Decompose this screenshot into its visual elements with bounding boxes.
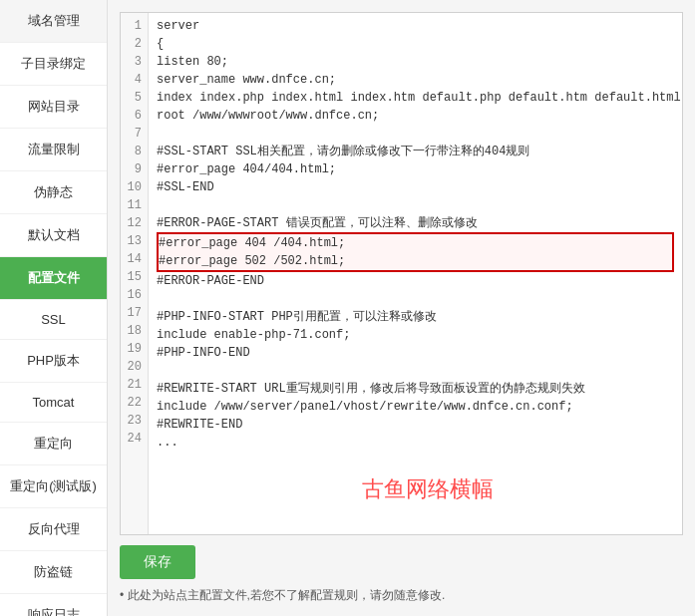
code-line-8: #SSL-START SSL相关配置，请勿删除或修改下一行带注释的404规则 [157, 143, 674, 160]
code-line-12: #ERROR-PAGE-START 错误页配置，可以注释、删除或修改 [157, 214, 674, 232]
line-number-7: 7 [127, 125, 142, 143]
save-button[interactable]: 保存 [120, 545, 195, 579]
sidebar-item-tomcat[interactable]: Tomcat [0, 383, 107, 423]
error-highlight-block: #error_page 404 /404.html; #error_page 5… [157, 232, 674, 272]
line-number-12: 12 [127, 214, 142, 232]
code-line-3: listen 80; [157, 53, 674, 71]
line-number-21: 21 [127, 376, 142, 394]
sidebar-item-default-doc[interactable]: 默认文档 [0, 214, 107, 257]
line-numbers: 123456789101112131415161718192021222324 [121, 13, 149, 534]
code-line-6: root /www/wwwroot/www.dnfce.cn; [157, 107, 674, 125]
sidebar-item-traffic[interactable]: 流量限制 [0, 129, 107, 171]
line-number-10: 10 [127, 178, 142, 196]
line-number-1: 1 [127, 17, 142, 35]
sidebar-item-php-version[interactable]: PHP版本 [0, 340, 107, 383]
sidebar-item-redirect[interactable]: 重定向 [0, 423, 107, 465]
code-line-19: #PHP-INFO-END [157, 344, 674, 362]
code-line-11 [157, 196, 674, 214]
line-number-18: 18 [127, 322, 142, 340]
code-line-24: ... [157, 434, 674, 452]
code-line-22: include /www/server/panel/vhost/rewrite/… [157, 398, 674, 416]
code-line-9: #error_page 404/404.html; [157, 160, 674, 178]
code-line-4: server_name www.dnfce.cn; [157, 71, 674, 89]
sidebar-item-ssl[interactable]: SSL [0, 300, 107, 340]
line-number-22: 22 [127, 394, 142, 412]
code-line-1: server [157, 17, 674, 35]
code-line-10: #SSL-END [157, 178, 674, 196]
sidebar-item-site-dir[interactable]: 网站目录 [0, 86, 107, 129]
line-number-24: 24 [127, 430, 142, 448]
sidebar-item-access-log[interactable]: 响应日志 [0, 594, 107, 616]
line-number-13: 13 [127, 232, 142, 250]
sidebar-item-hotlink[interactable]: 防盗链 [0, 551, 107, 594]
line-number-17: 17 [127, 304, 142, 322]
code-line-15: #ERROR-PAGE-END [157, 272, 674, 290]
sidebar-item-domain[interactable]: 域名管理 [0, 0, 107, 43]
config-note: 此处为站点主配置文件,若您不了解配置规则，请勿随意修改. [120, 587, 683, 604]
line-number-19: 19 [127, 340, 142, 358]
line-number-14: 14 [127, 250, 142, 268]
main-content: 123456789101112131415161718192021222324 … [108, 0, 695, 616]
line-number-4: 4 [127, 71, 142, 89]
line-number-3: 3 [127, 53, 142, 71]
line-number-16: 16 [127, 286, 142, 304]
code-editor[interactable]: 123456789101112131415161718192021222324 … [120, 12, 683, 535]
line-number-5: 5 [127, 89, 142, 107]
code-line-13: #error_page 404 /404.html; [159, 234, 672, 252]
code-line-2: { [157, 35, 674, 53]
save-button-area: 保存 [120, 545, 683, 579]
sidebar-item-redirect-test[interactable]: 重定向(测试版) [0, 465, 107, 508]
code-line-17: #PHP-INFO-START PHP引用配置，可以注释或修改 [157, 308, 674, 326]
code-line-14: #error_page 502 /502.html; [159, 252, 672, 270]
code-line-18: include enable-php-71.conf; [157, 326, 674, 344]
line-number-11: 11 [127, 196, 142, 214]
sidebar: 域名管理子目录绑定网站目录流量限制伪静态默认文档配置文件SSLPHP版本Tomc… [0, 0, 108, 616]
line-number-20: 20 [127, 358, 142, 376]
line-number-8: 8 [127, 143, 142, 160]
sidebar-item-reverse-proxy[interactable]: 反向代理 [0, 508, 107, 551]
line-number-15: 15 [127, 268, 142, 286]
sidebar-item-config-file[interactable]: 配置文件 [0, 257, 107, 300]
code-line-20 [157, 362, 674, 380]
line-number-6: 6 [127, 107, 142, 125]
code-line-5: index index.php index.html index.htm def… [157, 89, 674, 107]
code-line-7 [157, 125, 674, 143]
line-number-9: 9 [127, 160, 142, 178]
line-number-2: 2 [127, 35, 142, 53]
code-line-16 [157, 290, 674, 308]
code-line-23: #REWRITE-END [157, 416, 674, 434]
sidebar-item-subdir[interactable]: 子目录绑定 [0, 43, 107, 86]
code-line-21: #REWRITE-START URL重写规则引用，修改后将导致面板设置的伪静态规… [157, 380, 674, 398]
line-number-23: 23 [127, 412, 142, 430]
code-content[interactable]: server{ listen 80; server_name www.dnfce… [149, 13, 682, 534]
sidebar-item-pseudo-static[interactable]: 伪静态 [0, 171, 107, 214]
